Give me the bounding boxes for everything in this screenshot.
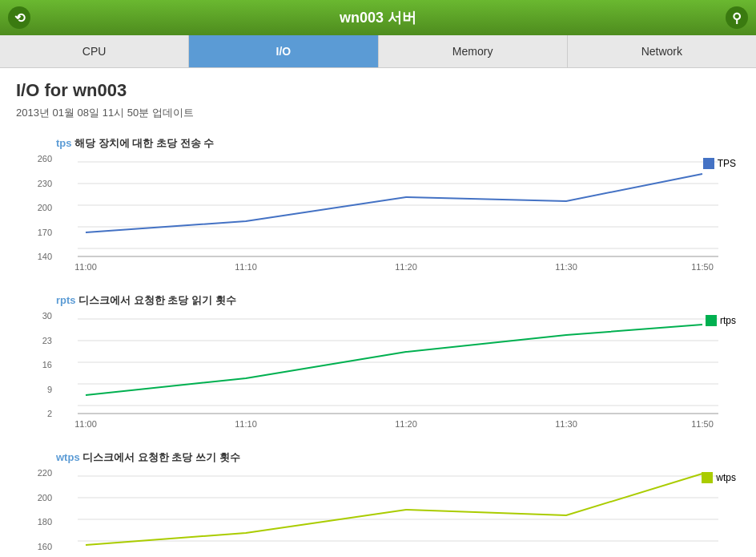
rtps-legend-color bbox=[706, 315, 717, 326]
wtps-title-text: 디스크에서 요청한 초당 쓰기 횟수 bbox=[80, 451, 240, 463]
svg-text:11:10: 11:10 bbox=[235, 262, 257, 272]
tab-cpu[interactable]: CPU bbox=[0, 35, 189, 67]
wtps-chart-area: 11:00 11:10 11:20 11:30 11:50 wtps bbox=[56, 468, 740, 557]
tab-bar: CPU I/O Memory Network bbox=[0, 35, 756, 68]
svg-text:11:30: 11:30 bbox=[555, 419, 577, 429]
wtps-y-axis: 220 200 180 160 140 bbox=[16, 468, 56, 557]
wtps-chart-title: wtps 디스크에서 요청한 초당 쓰기 횟수 bbox=[56, 450, 740, 465]
back-icon[interactable]: ⟲ bbox=[8, 6, 30, 29]
tps-title-text: 해당 장치에 대한 초당 전송 수 bbox=[72, 137, 215, 149]
tps-legend: TPS bbox=[703, 158, 736, 169]
rtps-title-text: 디스크에서 요청한 초당 읽기 횟수 bbox=[76, 294, 236, 306]
wtps-prefix: wtps bbox=[56, 451, 80, 463]
rtps-chart-area: 11:00 11:10 11:20 11:30 11:50 rtps bbox=[56, 311, 740, 434]
rtps-svg: 11:00 11:10 11:20 11:30 11:50 bbox=[56, 311, 740, 431]
wtps-svg: 11:00 11:10 11:20 11:30 11:50 bbox=[56, 468, 740, 557]
update-time: 2013년 01월 08일 11시 50분 업데이트 bbox=[16, 106, 740, 120]
tps-chart-wrapper: 260 230 200 170 140 bbox=[16, 154, 740, 277]
tps-prefix: tps bbox=[56, 137, 72, 149]
main-content: I/O for wn003 2013년 01월 08일 11시 50분 업데이트… bbox=[0, 68, 756, 557]
wtps-legend-label: wtps bbox=[716, 472, 736, 483]
tps-legend-label: TPS bbox=[718, 158, 736, 169]
svg-text:11:30: 11:30 bbox=[555, 262, 577, 272]
wtps-legend-color bbox=[702, 472, 713, 483]
tps-chart-section: tps 해당 장치에 대한 초당 전송 수 260 230 200 170 14… bbox=[16, 136, 740, 277]
title-bar: ⟲ wn003 서버 ⚲ bbox=[0, 0, 756, 35]
wtps-chart-section: wtps 디스크에서 요청한 초당 쓰기 횟수 220 200 180 160 … bbox=[16, 450, 740, 557]
tps-chart-area: 11:00 11:10 11:20 11:30 11:50 TPS bbox=[56, 154, 740, 277]
rtps-legend: rtps bbox=[706, 315, 736, 326]
app-title: wn003 서버 bbox=[340, 8, 416, 27]
svg-text:11:10: 11:10 bbox=[235, 419, 257, 429]
wtps-legend: wtps bbox=[702, 472, 736, 483]
rtps-chart-section: rpts 디스크에서 요청한 초당 읽기 횟수 30 23 16 9 2 bbox=[16, 293, 740, 434]
rtps-prefix: rpts bbox=[56, 294, 76, 306]
svg-text:11:20: 11:20 bbox=[395, 262, 417, 272]
rtps-y-axis: 30 23 16 9 2 bbox=[16, 311, 56, 434]
svg-text:11:50: 11:50 bbox=[691, 419, 714, 429]
svg-text:11:00: 11:00 bbox=[74, 262, 97, 272]
search-icon[interactable]: ⚲ bbox=[726, 6, 748, 29]
rtps-chart-title: rpts 디스크에서 요청한 초당 읽기 횟수 bbox=[56, 293, 740, 308]
tps-svg: 11:00 11:10 11:20 11:30 11:50 bbox=[56, 154, 740, 274]
rtps-chart-wrapper: 30 23 16 9 2 bbox=[16, 311, 740, 434]
page-title: I/O for wn003 bbox=[16, 80, 740, 101]
tab-io[interactable]: I/O bbox=[189, 35, 378, 67]
svg-text:11:00: 11:00 bbox=[74, 419, 97, 429]
tab-network[interactable]: Network bbox=[568, 35, 756, 67]
tab-memory[interactable]: Memory bbox=[379, 35, 568, 67]
rtps-legend-label: rtps bbox=[720, 315, 736, 326]
tps-chart-title: tps 해당 장치에 대한 초당 전송 수 bbox=[56, 136, 740, 151]
svg-text:11:20: 11:20 bbox=[395, 419, 417, 429]
tps-legend-color bbox=[703, 158, 714, 169]
wtps-chart-wrapper: 220 200 180 160 140 bbox=[16, 468, 740, 557]
svg-text:11:50: 11:50 bbox=[691, 262, 714, 272]
tps-y-axis: 260 230 200 170 140 bbox=[16, 154, 56, 277]
